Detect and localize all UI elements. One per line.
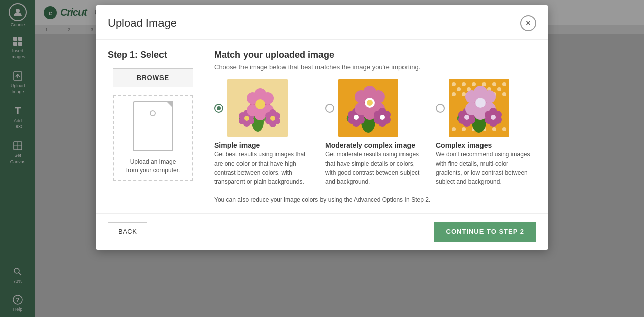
modal-close-button[interactable]: × xyxy=(520,15,536,31)
svg-point-90 xyxy=(497,87,501,91)
svg-point-64 xyxy=(367,100,373,106)
option-complex: Complex images We don't recommend using … xyxy=(436,79,536,186)
modal-footer: BACK CONTINUE TO STEP 2 xyxy=(96,213,548,250)
svg-point-71 xyxy=(378,119,386,127)
file-icon xyxy=(133,101,173,151)
svg-point-92 xyxy=(462,127,466,131)
simple-name: Simple image xyxy=(214,141,315,150)
svg-point-95 xyxy=(492,127,496,131)
svg-point-26 xyxy=(243,120,250,127)
upload-image-modal: Upload Image × Step 1: Select BROWSE Upl… xyxy=(96,5,548,250)
svg-point-27 xyxy=(244,116,249,121)
svg-point-78 xyxy=(492,82,496,86)
svg-point-81 xyxy=(462,92,466,96)
svg-point-123 xyxy=(491,115,496,120)
modal-body: Step 1: Select BROWSE Upload an imagefro… xyxy=(96,40,548,213)
svg-point-115 xyxy=(475,98,486,108)
continue-button[interactable]: CONTINUE TO STEP 2 xyxy=(434,222,537,242)
svg-point-77 xyxy=(482,82,486,86)
option-simple-name: Simple image Get best results using imag… xyxy=(214,141,315,186)
simple-image-preview xyxy=(227,79,288,137)
upload-label: Upload an imagefrom your computer. xyxy=(126,157,180,175)
svg-point-91 xyxy=(452,127,456,131)
svg-point-79 xyxy=(502,82,506,86)
upload-preview-area: Upload an imagefrom your computer. xyxy=(113,95,193,181)
modal-title: Upload Image xyxy=(108,17,177,30)
moderate-image-preview xyxy=(338,79,398,137)
svg-point-80 xyxy=(452,92,456,96)
match-title: Match your uploaded image xyxy=(214,50,536,60)
svg-point-106 xyxy=(463,119,471,127)
svg-point-96 xyxy=(502,127,506,131)
browse-button[interactable]: BROWSE xyxy=(113,68,193,87)
option-simple-header xyxy=(214,79,315,137)
radio-simple[interactable] xyxy=(214,104,223,113)
option-complex-name: Complex images We don't recommend using … xyxy=(436,141,536,186)
option-complex-header xyxy=(436,79,536,137)
complex-desc: We don't recommend using images with fin… xyxy=(436,150,536,186)
modal-overlay: Upload Image × Step 1: Select BROWSE Upl… xyxy=(0,0,644,317)
option-moderate-name: Moderately complex image Get moderate re… xyxy=(325,141,426,186)
modal-header: Upload Image × xyxy=(96,5,548,40)
advanced-note: You can also reduce your image colors by… xyxy=(214,196,536,203)
svg-point-35 xyxy=(255,99,265,109)
moderate-name: Moderately complex image xyxy=(325,141,426,150)
svg-point-85 xyxy=(502,92,506,96)
svg-point-55 xyxy=(354,115,359,120)
svg-point-76 xyxy=(472,82,476,86)
complex-image-preview xyxy=(449,79,509,137)
left-panel: Step 1: Select BROWSE Upload an imagefro… xyxy=(108,50,198,203)
svg-point-74 xyxy=(452,82,456,86)
svg-point-34 xyxy=(254,108,266,120)
option-moderate-header xyxy=(325,79,426,137)
svg-point-75 xyxy=(462,82,466,86)
back-button[interactable]: BACK xyxy=(108,222,147,241)
svg-point-42 xyxy=(269,120,276,127)
radio-moderate[interactable] xyxy=(325,104,334,113)
moderate-desc: Get moderate results using images that h… xyxy=(325,150,426,186)
svg-point-72 xyxy=(380,115,385,120)
option-moderate: Moderately complex image Get moderate re… xyxy=(325,79,426,186)
svg-point-86 xyxy=(457,87,461,91)
svg-point-43 xyxy=(270,116,275,121)
svg-point-122 xyxy=(489,119,497,127)
right-panel: Match your uploaded image Choose the ima… xyxy=(214,50,536,203)
simple-desc: Get best results using images that are o… xyxy=(214,150,315,186)
step-title: Step 1: Select xyxy=(108,50,167,60)
radio-complex[interactable] xyxy=(436,104,445,113)
match-subtitle: Choose the image below that best matches… xyxy=(214,63,536,71)
complex-name: Complex images xyxy=(436,141,536,150)
option-simple: Simple image Get best results using imag… xyxy=(214,79,315,186)
svg-point-107 xyxy=(464,115,469,120)
image-options: Simple image Get best results using imag… xyxy=(214,79,536,186)
file-hole xyxy=(150,110,156,116)
svg-point-54 xyxy=(352,119,360,127)
